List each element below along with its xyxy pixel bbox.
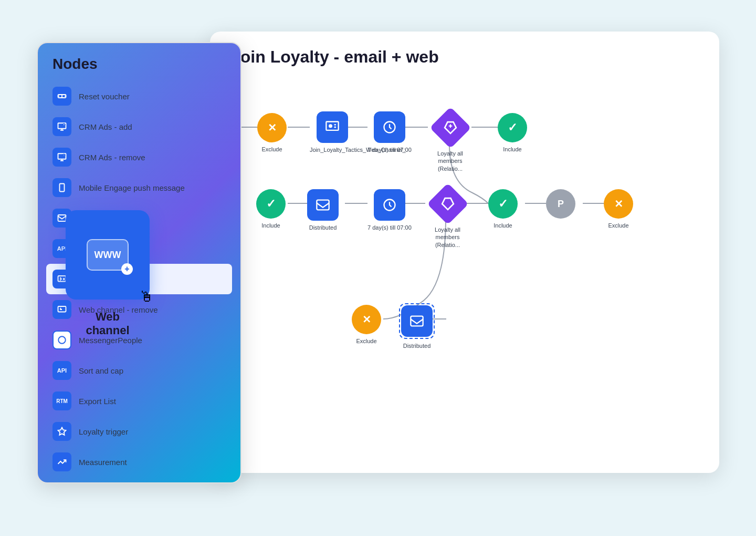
flow-node-timer2[interactable]: 7 day(s) till 07:00: [368, 189, 412, 231]
flow-canvas: Join Loyalty - email + web: [210, 32, 719, 473]
flow-node-join-loyalty[interactable]: Join_Loyalty_Tactics_Web_Channel_: [310, 111, 354, 153]
node-icon-crm-ads-remove: [52, 148, 71, 167]
flow-node-label-loyalty1: Loyalty all members (Relatio...: [428, 150, 472, 172]
node-icon-sort-cap: API: [52, 361, 71, 380]
flow-node-label-exclude1: Exclude: [261, 146, 282, 153]
flow-node-exclude1[interactable]: ✕ Exclude: [257, 113, 287, 153]
flow-node-exclude3[interactable]: ✕ Exclude: [352, 305, 381, 345]
flow-content: out / ✕ Exclude Join_Loyalty_Tactics_Web…: [210, 77, 719, 471]
flow-node-label-exclude2: Exclude: [608, 222, 628, 229]
node-item-reset-voucher[interactable]: Reset voucher: [46, 81, 232, 111]
flow-node-timer1[interactable]: 7 day(s) till 07:00: [368, 111, 412, 153]
svg-rect-7: [58, 215, 66, 221]
flow-node-icon-loyalty2: [427, 183, 468, 224]
node-label-measurement: Measurement: [79, 458, 127, 467]
web-channel-card[interactable]: WWW: [66, 210, 150, 300]
flow-node-loyalty1[interactable]: Loyalty all members (Relatio...: [428, 113, 472, 172]
node-icon-mobile-engage: [52, 178, 71, 197]
flow-node-icon-distributed2: [401, 305, 433, 337]
www-box: WWW: [87, 239, 129, 271]
flow-node-loyalty2[interactable]: Loyalty all members (Relatio...: [425, 189, 470, 249]
flow-node-icon-join-loyalty: [317, 111, 348, 143]
flow-node-label-join-loyalty: Join_Loyalty_Tactics_Web_Channel_: [310, 146, 354, 153]
flow-node-icon-timer1: [374, 111, 405, 143]
node-label-crm-ads-remove: CRM Ads - remove: [79, 153, 145, 162]
flow-title: Join Loyalty - email + web: [210, 32, 719, 77]
node-item-loyalty-trigger[interactable]: Loyalty trigger: [46, 416, 232, 447]
www-text: WWW: [94, 250, 121, 261]
node-label-sort-cap: Sort and cap: [79, 366, 123, 375]
node-icon-crm-ads-add: [52, 117, 71, 136]
flow-node-icon-include1: ✓: [498, 113, 527, 142]
flow-node-label-include2: Include: [261, 222, 280, 229]
flow-node-icon-timer2: [374, 189, 405, 221]
node-icon-reset-voucher: [52, 87, 71, 106]
node-label-crm-ads-add: CRM Ads - add: [79, 122, 132, 131]
cursor-icon: 🖱: [139, 288, 154, 305]
flow-node-dashed-wrapper: [399, 303, 435, 339]
node-icon-export-list: RTM: [52, 391, 71, 410]
node-label-reset-voucher: Reset voucher: [79, 92, 130, 101]
node-item-measurement[interactable]: Measurement: [46, 447, 232, 477]
flow-node-distributed2[interactable]: Distributed: [399, 303, 435, 349]
flow-node-icon-exclude1: ✕: [257, 113, 287, 142]
flow-node-icon-gray1: P: [546, 189, 575, 219]
svg-point-11: [58, 336, 66, 344]
flow-node-include1[interactable]: ✓ Include: [498, 113, 527, 153]
node-item-crm-ads-remove[interactable]: CRM Ads - remove: [46, 142, 232, 172]
flow-node-label-include3: Include: [494, 222, 512, 229]
flow-node-include2[interactable]: ✓ Include: [256, 189, 286, 229]
flow-node-icon-loyalty1: [429, 107, 471, 148]
nodes-panel-title: Nodes: [38, 43, 240, 81]
node-item-count-alert[interactable]: API Count and alert: [46, 477, 232, 478]
flow-node-icon-exclude3: ✕: [352, 305, 381, 334]
node-item-export-list[interactable]: RTM Export List: [46, 386, 232, 416]
flow-node-icon-include3: ✓: [488, 189, 518, 219]
flow-node-label-loyalty2: Loyalty all members (Relatio...: [425, 226, 470, 249]
web-channel-title: Webchannel: [66, 310, 150, 338]
web-channel-title-text: Webchannel: [86, 310, 129, 337]
node-label-loyalty-trigger: Loyalty trigger: [79, 427, 128, 436]
node-item-sort-cap[interactable]: API Sort and cap: [46, 355, 232, 386]
flow-node-include3[interactable]: ✓ Include: [488, 189, 518, 229]
flow-node-label-exclude3: Exclude: [356, 337, 376, 345]
flow-node-distributed1[interactable]: Distributed: [307, 189, 339, 231]
svg-point-27: [329, 125, 332, 127]
flow-node-label-include1: Include: [503, 146, 521, 153]
node-icon-measurement: [52, 452, 71, 471]
flow-node-label-timer2: 7 day(s) till 07:00: [368, 224, 412, 231]
flow-node-gray1[interactable]: P: [546, 189, 575, 222]
flow-node-label-distributed2: Distributed: [403, 342, 431, 349]
node-item-mobile-engage[interactable]: Mobile Engage push message: [46, 172, 232, 203]
node-icon-loyalty-trigger: [52, 422, 71, 441]
flow-node-icon-distributed1: [307, 189, 339, 221]
flow-node-icon-include2: ✓: [256, 189, 286, 219]
flow-node-exclude2[interactable]: ✕ Exclude: [604, 189, 633, 229]
flow-node-label-timer1: 7 day(s) till 07:00: [368, 146, 412, 153]
flow-node-label-distributed1: Distributed: [309, 224, 337, 231]
node-label-export-list: Export List: [79, 397, 116, 406]
svg-rect-9: [63, 278, 66, 281]
node-label-mobile-engage: Mobile Engage push message: [79, 183, 185, 192]
flow-node-icon-exclude2: ✕: [604, 189, 633, 219]
node-item-crm-ads-add[interactable]: CRM Ads - add: [46, 111, 232, 142]
